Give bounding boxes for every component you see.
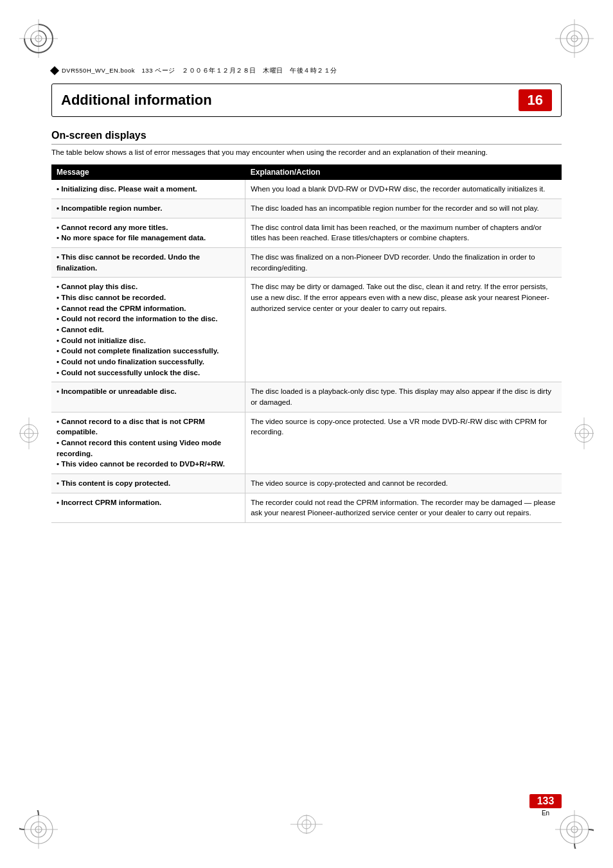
table-cell-explanation: The disc control data limit has been rea… (245, 218, 562, 247)
table-header: Message Explanation/Action (51, 164, 562, 180)
bottom-center-mark (290, 815, 323, 836)
table-row: • This content is copy protected.The vid… (51, 474, 562, 493)
table-row: • Incompatible region number.The disc lo… (51, 199, 562, 218)
section-title-area: On-screen displays (51, 130, 562, 145)
table-row: • Incorrect CPRM information.The recorde… (51, 493, 562, 522)
table-cell-explanation: The disc may be dirty or damaged. Take o… (245, 278, 562, 382)
table-cell-message: • Incompatible or unreadable disc. (51, 382, 245, 412)
corner-mark-tr (555, 19, 594, 58)
table-row: • Cannot play this disc.• This disc cann… (51, 278, 562, 382)
table-cell-explanation: The disc was finalized on a non-Pioneer … (245, 247, 562, 277)
table-row: • This disc cannot be recorded. Undo the… (51, 247, 562, 277)
side-mark-left (19, 417, 39, 451)
page-number: 133 (529, 794, 562, 808)
chapter-number: 16 (519, 89, 552, 111)
chapter-title-box: Additional information 16 (51, 84, 562, 117)
table-cell-message: • This disc cannot be recorded. Undo the… (51, 247, 245, 277)
table-cell-explanation: The video source is copy-once protected.… (245, 412, 562, 474)
page-lang: En (542, 810, 549, 817)
header-diamond (50, 66, 59, 75)
page-container: DVR550H_WV_EN.book 133 ページ ２００６年１２月２８日 木… (0, 0, 613, 868)
intro-paragraph: The table below shows a list of error me… (51, 147, 562, 158)
header-bar: DVR550H_WV_EN.book 133 ページ ２００６年１２月２８日 木… (51, 64, 562, 77)
table-cell-explanation: When you load a blank DVD-RW or DVD+RW d… (245, 180, 562, 199)
section-heading: On-screen displays (51, 130, 562, 145)
table-cell-explanation: The disc loaded is a playback-only disc … (245, 382, 562, 412)
content-area: Additional information 16 On-screen disp… (51, 84, 562, 791)
table-cell-message: • Cannot play this disc.• This disc cann… (51, 278, 245, 382)
error-table: Message Explanation/Action • Initializin… (51, 164, 562, 523)
table-cell-message: • Cannot record any more titles.• No mor… (51, 218, 245, 247)
table-cell-explanation: The disc loaded has an incompatible regi… (245, 199, 562, 218)
table-cell-message: • This content is copy protected. (51, 474, 245, 493)
col-explanation: Explanation/Action (245, 164, 562, 180)
table-body: • Initializing disc. Please wait a momen… (51, 180, 562, 522)
col-message: Message (51, 164, 245, 180)
page-footer: 133 En (529, 794, 562, 817)
table-cell-message: • Initializing disc. Please wait a momen… (51, 180, 245, 199)
table-cell-explanation: The recorder could not read the CPRM inf… (245, 493, 562, 522)
table-cell-explanation: The video source is copy-protected and c… (245, 474, 562, 493)
table-row: • Cannot record to a disc that is not CP… (51, 412, 562, 474)
header-text: DVR550H_WV_EN.book 133 ページ ２００６年１２月２８日 木… (62, 67, 337, 75)
table-row: • Incompatible or unreadable disc.The di… (51, 382, 562, 412)
corner-mark-bl (19, 810, 58, 849)
table-row: • Cannot record any more titles.• No mor… (51, 218, 562, 247)
table-cell-message: • Incorrect CPRM information. (51, 493, 245, 522)
table-header-row: Message Explanation/Action (51, 164, 562, 180)
chapter-title: Additional information (61, 92, 519, 109)
table-row: • Initializing disc. Please wait a momen… (51, 180, 562, 199)
side-mark-right (574, 417, 594, 451)
corner-mark-tl (19, 19, 58, 58)
table-cell-message: • Incompatible region number. (51, 199, 245, 218)
table-cell-message: • Cannot record to a disc that is not CP… (51, 412, 245, 474)
